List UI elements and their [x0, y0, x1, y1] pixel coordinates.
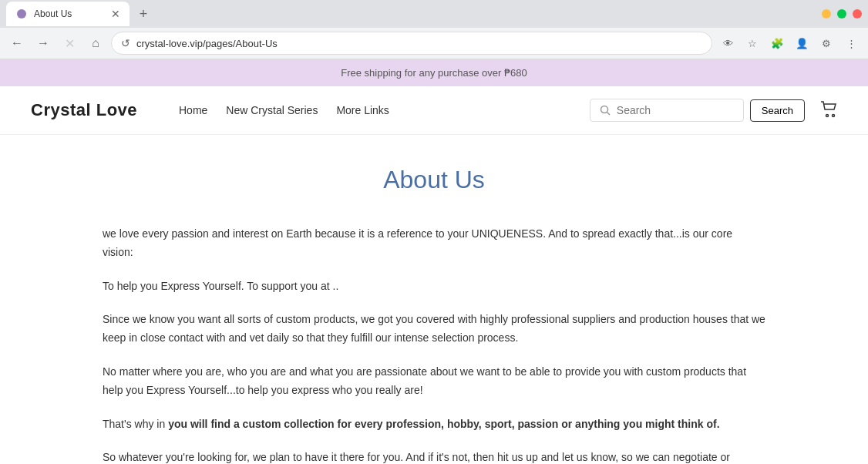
home-button[interactable]: ⌂ — [85, 32, 106, 54]
close-window-button[interactable] — [853, 9, 862, 18]
account-icon[interactable]: ⚙ — [816, 32, 837, 54]
cart-icon[interactable] — [820, 101, 837, 120]
paragraph-4: No matter where you are, who you are and… — [103, 363, 765, 400]
forward-button[interactable]: → — [32, 32, 54, 54]
search-button[interactable]: Search — [750, 99, 805, 122]
search-icon — [600, 105, 611, 116]
menu-icon[interactable]: ⋮ — [840, 32, 862, 54]
site-header: Crystal Love Home New Crystal Series Mor… — [0, 86, 868, 135]
window-controls — [822, 9, 862, 18]
page-title: About Us — [103, 166, 765, 194]
bookmark-icon[interactable]: ☆ — [742, 32, 763, 54]
paragraph-5: That's why in you will find a custom col… — [103, 415, 765, 434]
paragraph-1: we love every passion and interest on Ea… — [103, 225, 765, 262]
tab-favicon — [15, 8, 28, 20]
main-content: About Us we love every passion and inter… — [87, 135, 781, 464]
paragraph-5-intro: That's why in — [103, 418, 165, 430]
browser-toolbar: ← → ✕ ⌂ ↺ crystal-love.vip/pages/About-U… — [0, 28, 868, 59]
paragraph-3: Since we know you want all sorts of cust… — [103, 311, 765, 348]
toolbar-icons: 👁 ☆ 🧩 👤 ⚙ ⋮ — [717, 32, 862, 54]
svg-point-3 — [826, 114, 829, 116]
extensions-icon[interactable]: 🧩 — [766, 32, 788, 54]
url-text: crystal-love.vip/pages/About-Us — [136, 38, 278, 49]
site-logo[interactable]: Crystal Love — [31, 100, 154, 120]
restore-button[interactable] — [837, 9, 846, 18]
svg-point-1 — [601, 106, 607, 113]
profile-icon[interactable]: 👤 — [791, 32, 812, 54]
paragraph-2: To help you Express Yourself. To support… — [103, 277, 765, 296]
browser-tab[interactable]: About Us ✕ — [6, 2, 130, 26]
address-reload-icon: ↺ — [121, 37, 130, 49]
browser-chrome: About Us ✕ + ← → ✕ ⌂ ↺ crystal-love.vip/… — [0, 0, 868, 59]
tab-title: About Us — [34, 8, 105, 19]
nav-new-crystal[interactable]: New Crystal Series — [226, 104, 318, 116]
svg-line-2 — [607, 113, 610, 116]
minimize-button[interactable] — [822, 9, 831, 18]
nav-more-links[interactable]: More Links — [336, 104, 389, 116]
main-nav: Home New Crystal Series More Links — [179, 104, 389, 116]
paragraph-5-bold: you will find a custom collection for ev… — [168, 418, 719, 430]
svg-point-4 — [833, 114, 835, 116]
svg-point-0 — [17, 9, 26, 18]
browser-tabs-bar: About Us ✕ + — [0, 0, 868, 28]
back-button[interactable]: ← — [6, 32, 28, 54]
paragraph-6: So whatever you're looking for, we plan … — [103, 449, 765, 464]
announcement-bar: Free shipping for any purchase over ₱680 — [0, 59, 868, 86]
search-input[interactable] — [617, 104, 709, 116]
eye-icon[interactable]: 👁 — [717, 32, 738, 54]
nav-home[interactable]: Home — [179, 104, 207, 116]
search-area: Search — [590, 99, 837, 122]
tab-close-button[interactable]: ✕ — [111, 8, 120, 20]
reload-button[interactable]: ✕ — [59, 32, 80, 54]
search-box[interactable] — [590, 99, 744, 122]
announcement-text: Free shipping for any purchase over ₱680 — [341, 67, 527, 79]
address-bar[interactable]: ↺ crystal-love.vip/pages/About-Us — [111, 32, 712, 55]
new-tab-button[interactable]: + — [133, 3, 154, 25]
